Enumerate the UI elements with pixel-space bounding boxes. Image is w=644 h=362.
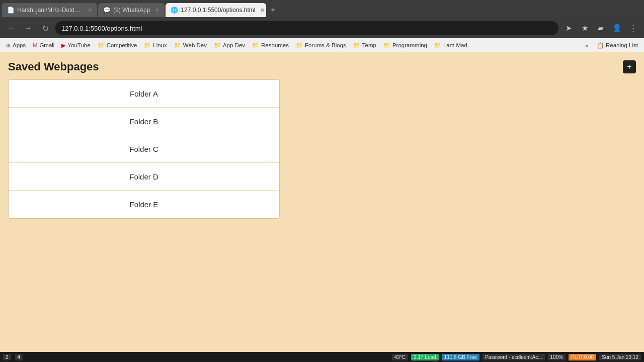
menu-button[interactable]: ⋮	[626, 21, 640, 35]
reading-list-button[interactable]: 📋 Reading List	[594, 41, 641, 50]
toolbar: ← → ↻ 127.0.0.1:5500/options.html ➤ ★ ▰ …	[0, 18, 644, 38]
page-header: Saved Webpages +	[8, 60, 636, 73]
bookmark-iammad[interactable]: 📁 I am Mad	[431, 41, 470, 50]
bookmarks-more-button[interactable]: »	[583, 41, 591, 50]
tab-bar: 📄 Harshi.jani/MHz-Dotdash: ... ✕ 💬 (9) W…	[0, 0, 644, 18]
taskbar-brightness: 100%	[548, 354, 566, 360]
send-button[interactable]: ➤	[561, 21, 576, 35]
forward-button[interactable]: →	[21, 21, 35, 35]
folder-temp-icon: 📁	[353, 42, 360, 49]
youtube-icon: ▶	[61, 42, 65, 49]
folder-list: Folder A Folder B Folder C Folder D Fold…	[8, 79, 280, 219]
profile-button[interactable]: 👤	[610, 21, 624, 35]
folder-iammad-icon: 📁	[434, 42, 441, 49]
bookmarks-bar: ⊞ Apps M Gmail ▶ YouTube 📁 Competitive 📁…	[0, 38, 644, 52]
extensions-button[interactable]: ▰	[594, 21, 608, 35]
bookmark-programming-label: Programming	[392, 42, 427, 48]
bookmark-temp-label: Temp	[362, 42, 376, 48]
tab-2-close[interactable]: ✕	[155, 7, 159, 14]
back-button[interactable]: ←	[4, 21, 18, 35]
taskbar-pliit: PLIIT:0.00	[569, 354, 596, 360]
bookmark-competitive[interactable]: 📁 Competitive	[95, 41, 140, 50]
folder-item-c[interactable]: Folder C	[9, 135, 279, 163]
tab-1-label: Harshi.jani/MHz-Dotdash: ...	[17, 7, 83, 14]
taskbar-disk: 111.6 GB Free	[442, 354, 480, 360]
folder-appdev-icon: 📁	[214, 42, 221, 49]
bookmark-apps[interactable]: ⊞ Apps	[3, 41, 29, 50]
folder-item-e[interactable]: Folder E	[9, 191, 279, 218]
new-tab-button[interactable]: +	[267, 3, 279, 17]
folder-item-a[interactable]: Folder A	[9, 80, 279, 108]
tab-2-favicon: 💬	[103, 7, 110, 14]
bookmark-gmail[interactable]: M Gmail	[30, 41, 57, 49]
folder-programming-icon: 📁	[383, 42, 390, 49]
address-text: 127.0.0.1:5500/options.html	[61, 25, 142, 32]
bookmark-webdev[interactable]: 📁 Web Dev	[171, 41, 210, 50]
folder-d-label: Folder D	[129, 172, 158, 181]
taskbar-item-2: 2	[3, 354, 11, 360]
page-content: Saved Webpages + Folder A Folder B Folde…	[0, 52, 644, 352]
taskbar-datetime: Sun 5 Jan 23:12	[599, 354, 641, 360]
taskbar-left: 2 4	[3, 354, 23, 360]
bookmark-competitive-label: Competitive	[107, 42, 137, 48]
folder-webdev-icon: 📁	[174, 42, 181, 49]
taskbar-right: 43°C 2.17 Load 111.6 GB Free Password - …	[392, 354, 641, 360]
bookmark-programming[interactable]: 📁 Programming	[380, 41, 430, 50]
taskbar: 2 4 43°C 2.17 Load 111.6 GB Free Passwor…	[0, 352, 644, 362]
folder-item-d[interactable]: Folder D	[9, 163, 279, 191]
folder-item-b[interactable]: Folder B	[9, 108, 279, 135]
bookmark-linux[interactable]: 📁 Linux	[141, 41, 170, 50]
taskbar-item-4: 4	[15, 354, 23, 360]
folder-forums-icon: 📁	[296, 42, 303, 49]
address-bar[interactable]: 127.0.0.1:5500/options.html	[55, 21, 558, 35]
tab-3[interactable]: 🌐 127.0.0.1:5500/options.html ✕	[166, 3, 266, 17]
tab-3-label: 127.0.0.1:5500/options.html	[181, 7, 255, 14]
tab-2-label: (9) WhatsApp	[113, 7, 150, 14]
page-title: Saved Webpages	[8, 60, 99, 73]
bookmark-resources[interactable]: 📁 Resources	[249, 41, 292, 50]
folder-e-label: Folder E	[130, 200, 158, 209]
bookmark-appdev-label: App Dev	[223, 42, 245, 48]
folder-linux-icon: 📁	[144, 42, 151, 49]
taskbar-temp: 43°C	[392, 354, 408, 360]
taskbar-load: 2.17 Load	[411, 354, 439, 360]
browser-chrome: 📄 Harshi.jani/MHz-Dotdash: ... ✕ 💬 (9) W…	[0, 0, 644, 52]
tab-1-close[interactable]: ✕	[88, 7, 92, 14]
tab-2[interactable]: 💬 (9) WhatsApp ✕	[98, 3, 165, 17]
folder-b-label: Folder B	[130, 117, 158, 126]
add-folder-button[interactable]: +	[623, 60, 636, 73]
folder-resources-icon: 📁	[252, 42, 259, 49]
bookmark-forums[interactable]: 📁 Forums & Blogs	[293, 41, 349, 50]
bookmark-forums-label: Forums & Blogs	[305, 42, 346, 48]
folder-c-label: Folder C	[129, 145, 158, 153]
bookmark-youtube[interactable]: ▶ YouTube	[58, 41, 93, 50]
bookmark-resources-label: Resources	[261, 42, 289, 48]
toolbar-actions: ➤ ★ ▰ 👤 ⋮	[561, 21, 640, 35]
apps-icon: ⊞	[6, 42, 11, 49]
reading-list-label: Reading List	[606, 42, 638, 48]
folder-competitive-icon: 📁	[98, 42, 105, 49]
tab-1-favicon: 📄	[7, 7, 14, 14]
bookmark-youtube-label: YouTube	[67, 42, 90, 48]
bookmark-iammad-label: I am Mad	[443, 42, 467, 48]
reload-button[interactable]: ↻	[38, 21, 52, 35]
bookmark-gmail-label: Gmail	[39, 42, 54, 48]
taskbar-password: Password - ecdleem:Ac...	[482, 354, 544, 360]
reading-list-icon: 📋	[597, 42, 604, 49]
tab-1[interactable]: 📄 Harshi.jani/MHz-Dotdash: ... ✕	[2, 3, 97, 17]
tab-3-close[interactable]: ✕	[260, 7, 265, 14]
bookmark-appdev[interactable]: 📁 App Dev	[211, 41, 248, 50]
bookmark-temp[interactable]: 📁 Temp	[350, 41, 379, 50]
bookmark-apps-label: Apps	[13, 42, 26, 48]
bookmark-linux-label: Linux	[153, 42, 167, 48]
bookmark-star-button[interactable]: ★	[578, 21, 592, 35]
folder-a-label: Folder A	[130, 89, 158, 98]
tab-3-favicon: 🌐	[171, 7, 178, 14]
gmail-icon: M	[33, 42, 37, 48]
bookmark-webdev-label: Web Dev	[183, 42, 207, 48]
